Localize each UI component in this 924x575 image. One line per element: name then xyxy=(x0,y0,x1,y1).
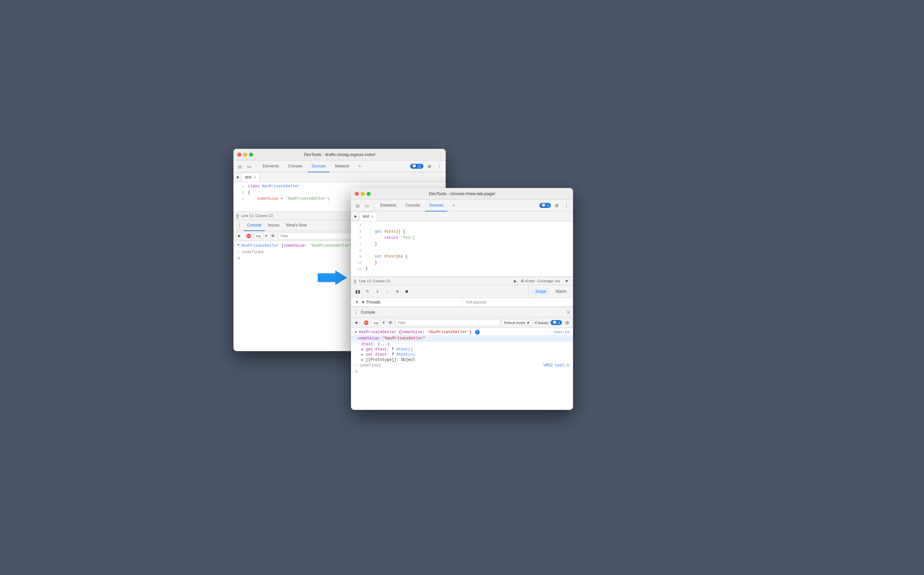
console-play-2[interactable]: ▶ xyxy=(353,319,361,327)
sub-entry-set-2: ► set #test: f #test(n) xyxy=(351,352,573,357)
chat-badge-2[interactable]: 💬 4 xyxy=(539,203,551,208)
tab-console-1[interactable]: Console xyxy=(284,160,306,172)
console-close-2[interactable]: ✕ xyxy=(566,310,570,315)
settings-icon-1[interactable]: ⚙ xyxy=(425,162,433,170)
console-tab-whatsnew-1[interactable]: What's New xyxy=(283,220,310,231)
default-levels-btn-2[interactable]: Default levels ▼ xyxy=(501,320,532,326)
console-play-1[interactable]: ▶ xyxy=(235,232,243,240)
top-dropdown-1[interactable]: ▼ xyxy=(264,234,268,238)
coverage-icon-2[interactable]: ⮟ xyxy=(563,277,570,285)
watch-tab[interactable]: Watch xyxy=(552,288,570,295)
file-tab-close-2[interactable]: ✕ xyxy=(371,215,374,218)
inspect-icon[interactable]: ◎ xyxy=(236,162,244,170)
info-icon-2: i xyxy=(475,330,480,335)
toolbar-divider-1 xyxy=(256,163,256,170)
tab-more-1[interactable]: » xyxy=(355,160,365,172)
maximize-button-2[interactable] xyxy=(367,192,371,196)
more-icon-1[interactable]: ⋮ xyxy=(435,162,443,170)
code-line-5: 5 get #test() { xyxy=(351,229,573,235)
console-tab-issues-1[interactable]: Issues xyxy=(265,220,283,231)
status-position-1: Line 13, Column 13 xyxy=(242,214,273,218)
expand-arrow-proto[interactable]: ► xyxy=(361,358,363,362)
device-icon-2[interactable]: ▭ xyxy=(363,202,371,210)
chat-count-2: 4 xyxy=(547,203,549,208)
deactivate-btn[interactable]: ⏹ xyxy=(402,287,411,295)
highlighted-key-2: someValue: xyxy=(358,336,381,341)
step-over-btn[interactable]: ⇓ xyxy=(373,287,382,295)
expand-arrow-get[interactable]: ► xyxy=(361,348,363,351)
tab-elements-2[interactable]: Elements xyxy=(376,200,400,211)
file-tab-close-1[interactable]: ✕ xyxy=(253,176,256,179)
console-dots-2[interactable]: ⋮ xyxy=(354,309,359,315)
tab-sources-1[interactable]: Sources xyxy=(308,160,330,172)
console-block-2[interactable]: ⛔ xyxy=(362,319,370,327)
close-button-2[interactable] xyxy=(355,192,359,196)
scope-tab[interactable]: Scope xyxy=(531,288,550,295)
expand-arrow-obj-2[interactable]: ▼ xyxy=(355,330,357,334)
top-selector-1[interactable]: top xyxy=(254,233,263,239)
status-bar-2: {} Line 13, Column 13 ▶ ⌘+Enter Coverage… xyxy=(351,277,573,285)
curly-icon-2[interactable]: {} xyxy=(354,279,356,284)
toolbar-right-2: 💬 4 ⚙ ⋮ xyxy=(539,202,570,210)
window-title-1: DevTools - drafts.csswg.org/css-color/ xyxy=(304,152,375,157)
settings-icon-2[interactable]: ⚙ xyxy=(553,202,561,210)
more-icon-2[interactable]: ⋮ xyxy=(563,202,570,210)
status-shortcut-2: ⌘+Enter xyxy=(520,279,535,283)
default-levels-text: Default levels xyxy=(504,321,525,325)
tab-sources-2[interactable]: Sources xyxy=(425,200,447,211)
titlebar-1: DevTools - drafts.csswg.org/css-color/ xyxy=(234,149,446,160)
code-line-10: 10 } xyxy=(351,260,573,266)
device-icon[interactable]: ▭ xyxy=(245,162,253,170)
console-settings-2[interactable]: ⚙ xyxy=(563,319,571,327)
console-caret-2[interactable]: > xyxy=(351,369,573,375)
console-filter-2[interactable] xyxy=(396,319,500,326)
console-obj-row-2[interactable]: ▼ HasPrivateGetter {someValue: 'HasPriva… xyxy=(351,329,573,335)
chat-badge-1[interactable]: 💬 21 xyxy=(410,164,423,169)
issues-chat-icon-2: 💬 xyxy=(552,321,557,325)
expand-arrow-1[interactable]: ▼ xyxy=(237,243,239,247)
minimize-button-1[interactable] xyxy=(243,153,247,157)
debugger-area: ▮▮ ↻ ⇓ ↑ ⇉ ⏹ Scope Watch xyxy=(351,285,573,298)
tab-more-2[interactable]: » xyxy=(448,200,459,211)
code-line-6: 6 return 'foo'; xyxy=(351,235,573,241)
coverage-text-2: Coverage: n/a xyxy=(538,279,560,283)
tab-console-2[interactable]: Console xyxy=(402,200,424,211)
status-position-2: Line 13, Column 13 xyxy=(359,279,390,283)
inspect-icon-2[interactable]: ◎ xyxy=(354,202,361,210)
step-out-btn[interactable]: ⇉ xyxy=(393,287,401,295)
vm-link-2[interactable]: VM52 test:1 xyxy=(543,363,569,368)
code-line-4: 4 xyxy=(351,222,573,229)
close-button-1[interactable] xyxy=(237,153,241,157)
console-eye-2[interactable]: 👁 xyxy=(386,319,394,327)
console-tab-console-1[interactable]: Console xyxy=(244,220,265,231)
step-into-btn[interactable]: ↑ xyxy=(383,287,391,295)
svg-marker-0 xyxy=(318,270,347,285)
panel-toggle-1[interactable]: ► xyxy=(236,175,240,179)
maximize-button-1[interactable] xyxy=(249,153,253,157)
tab-elements-1[interactable]: Elements xyxy=(259,160,283,172)
panel-toggle-2[interactable]: ► xyxy=(354,214,358,219)
issues-badge-2: 4 Issues: 💬 4 xyxy=(535,320,562,325)
tab-network-1[interactable]: Network xyxy=(331,160,353,172)
undefined-text-2: ← undefined xyxy=(355,363,381,368)
source-link-2[interactable]: test:13 xyxy=(554,330,569,334)
resume-btn[interactable]: ↻ xyxy=(363,287,372,295)
expand-arrow-set[interactable]: ► xyxy=(361,353,363,357)
pause-btn[interactable]: ▮▮ xyxy=(354,287,362,295)
run-btn-2[interactable]: ▶ xyxy=(513,278,518,284)
file-tab-test-1[interactable]: test ✕ xyxy=(242,173,259,182)
console-eye-1[interactable]: 👁 xyxy=(269,232,277,240)
traffic-lights-1 xyxy=(237,153,253,157)
curly-icon-1[interactable]: {} xyxy=(236,213,239,218)
chat-count-1: 21 xyxy=(418,164,421,168)
highlighted-row-2: someValue: "HasPrivateGetter" xyxy=(351,335,573,342)
file-tabs-1: ► test ✕ xyxy=(234,172,446,182)
minimize-button-2[interactable] xyxy=(361,192,365,196)
obj-name-2: HasPrivateGetter xyxy=(359,330,396,335)
console-more-1[interactable]: ⋮ xyxy=(236,222,243,229)
top-selector-2[interactable]: top xyxy=(371,320,381,326)
file-tab-test-2[interactable]: test ✕ xyxy=(359,212,377,221)
console-block-1[interactable]: ⛔ xyxy=(245,232,252,240)
top-dropdown-2[interactable]: ▼ xyxy=(382,321,385,324)
code-line-11: 11 } xyxy=(351,266,573,272)
